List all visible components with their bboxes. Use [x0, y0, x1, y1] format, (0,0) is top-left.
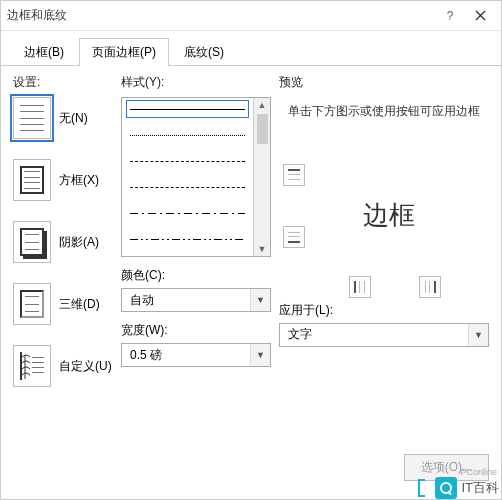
- color-select[interactable]: 自动 ▼: [121, 288, 271, 312]
- preview-hint: 单击下方图示或使用按钮可应用边框: [279, 97, 489, 126]
- svg-rect-8: [288, 232, 300, 233]
- svg-rect-4: [288, 169, 300, 171]
- watermark-text: IT百科: [461, 479, 499, 497]
- svg-rect-5: [288, 174, 300, 175]
- chevron-down-icon: ▼: [250, 289, 270, 311]
- watermark: PConline IT百科: [415, 477, 499, 499]
- apply-to-value: 文字: [280, 326, 468, 343]
- style-item-dashed[interactable]: [130, 182, 245, 192]
- close-button[interactable]: [465, 4, 495, 28]
- tab-shading[interactable]: 底纹(S): [171, 38, 237, 66]
- tab-page-border[interactable]: 页面边框(P): [79, 38, 169, 66]
- preview-sample-text: 边框: [363, 197, 415, 232]
- width-value: 0.5 磅: [122, 347, 250, 364]
- svg-rect-13: [434, 281, 436, 293]
- svg-rect-1: [32, 362, 44, 363]
- style-listbox[interactable]: ▲ ▼: [121, 97, 271, 257]
- svg-rect-0: [32, 357, 44, 358]
- watermark-sub: PConline: [460, 467, 497, 477]
- border-left-icon: [353, 280, 367, 294]
- border-bottom-icon: [287, 230, 301, 244]
- setting-box[interactable]: 方框(X): [13, 159, 113, 201]
- close-icon: [475, 10, 486, 21]
- scroll-down-icon: ▼: [258, 244, 267, 254]
- bracket-icon: [415, 478, 431, 498]
- style-item-dashed-fine[interactable]: [130, 156, 245, 166]
- color-field: 颜色(C): 自动 ▼: [121, 267, 271, 312]
- svg-rect-3: [32, 372, 44, 373]
- svg-rect-6: [288, 179, 300, 180]
- dialog-title: 边框和底纹: [7, 7, 435, 24]
- setting-none[interactable]: 无(N): [13, 97, 113, 139]
- style-item-dotted[interactable]: [130, 130, 245, 140]
- setting-3d[interactable]: 三维(D): [13, 283, 113, 325]
- settings-label: 设置:: [13, 74, 113, 91]
- style-column: 样式(Y): ▲ ▼ 颜色(C):: [121, 74, 271, 446]
- tab-border[interactable]: 边框(B): [11, 38, 77, 66]
- content-area: 设置: 无(N) 方框(X) 阴影(A): [1, 66, 501, 446]
- preview-area: 边框: [279, 130, 489, 300]
- setting-3d-icon: [13, 283, 51, 325]
- svg-rect-2: [32, 367, 44, 368]
- setting-custom[interactable]: 自定义(U): [13, 345, 113, 387]
- preview-column: 预览 单击下方图示或使用按钮可应用边框 边框 应用于(L):: [279, 74, 489, 446]
- chevron-down-icon: ▼: [250, 344, 270, 366]
- help-button[interactable]: ?: [435, 4, 465, 28]
- border-top-button[interactable]: [283, 164, 305, 186]
- apply-to-select[interactable]: 文字 ▼: [279, 323, 489, 347]
- apply-to-field: 应用于(L): 文字 ▼: [279, 302, 489, 347]
- setting-shadow[interactable]: 阴影(A): [13, 221, 113, 263]
- svg-rect-14: [425, 281, 426, 293]
- scroll-thumb[interactable]: [257, 114, 268, 144]
- setting-box-label: 方框(X): [59, 172, 99, 189]
- svg-rect-11: [359, 281, 360, 293]
- setting-custom-icon: [13, 345, 51, 387]
- svg-rect-7: [288, 241, 300, 243]
- setting-shadow-icon: [13, 221, 51, 263]
- width-label: 宽度(W):: [121, 322, 271, 339]
- svg-rect-15: [429, 281, 430, 293]
- style-items: [122, 98, 253, 256]
- tab-bar: 边框(B) 页面边框(P) 底纹(S): [1, 31, 501, 66]
- style-scrollbar[interactable]: ▲ ▼: [253, 98, 270, 256]
- preview-label: 预览: [279, 74, 489, 91]
- setting-box-icon: [13, 159, 51, 201]
- svg-rect-12: [364, 281, 365, 293]
- titlebar: 边框和底纹 ?: [1, 1, 501, 31]
- scroll-up-icon: ▲: [258, 100, 267, 110]
- border-right-icon: [423, 280, 437, 294]
- style-label: 样式(Y):: [121, 74, 271, 91]
- width-field: 宽度(W): 0.5 磅 ▼: [121, 322, 271, 367]
- color-label: 颜色(C):: [121, 267, 271, 284]
- border-left-button[interactable]: [349, 276, 371, 298]
- svg-rect-10: [354, 281, 356, 293]
- setting-none-icon: [13, 97, 51, 139]
- setting-none-label: 无(N): [59, 110, 88, 127]
- setting-3d-label: 三维(D): [59, 296, 100, 313]
- border-right-button[interactable]: [419, 276, 441, 298]
- dialog-window: 边框和底纹 ? 边框(B) 页面边框(P) 底纹(S) 设置: 无(N) 方框(…: [0, 0, 502, 500]
- svg-rect-9: [288, 236, 300, 237]
- chevron-down-icon: ▼: [468, 324, 488, 346]
- watermark-logo-icon: [435, 477, 457, 499]
- setting-shadow-label: 阴影(A): [59, 234, 99, 251]
- color-value: 自动: [122, 292, 250, 309]
- style-item-solid[interactable]: [130, 104, 245, 114]
- settings-column: 设置: 无(N) 方框(X) 阴影(A): [13, 74, 113, 446]
- setting-custom-label: 自定义(U): [59, 358, 112, 375]
- style-item-dashdot[interactable]: [130, 208, 245, 218]
- border-bottom-button[interactable]: [283, 226, 305, 248]
- apply-to-label: 应用于(L):: [279, 302, 489, 319]
- width-select[interactable]: 0.5 磅 ▼: [121, 343, 271, 367]
- border-top-icon: [287, 168, 301, 182]
- style-item-dashdotdot[interactable]: [130, 234, 245, 244]
